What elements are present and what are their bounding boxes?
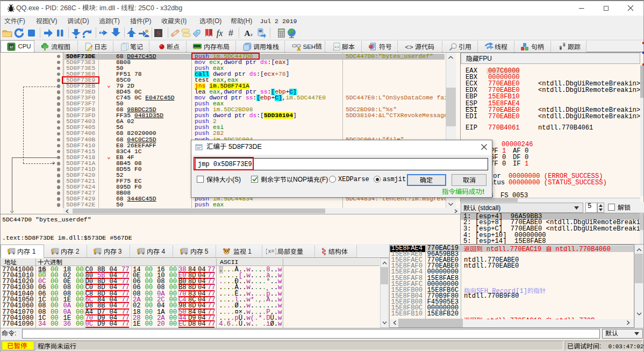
svg-text:32: 32	[9, 45, 13, 49]
svg-text:<>: <>	[405, 44, 414, 51]
svg-text:A: A	[244, 29, 250, 38]
svg-text:#: #	[228, 28, 233, 38]
svg-text:S: S	[156, 29, 160, 37]
svg-text:<>: <>	[334, 45, 339, 49]
svg-text:z: z	[251, 32, 253, 37]
svg-text:[x=]: [x=]	[266, 249, 276, 254]
svg-text:fx: fx	[217, 28, 223, 38]
svg-text:!: !	[298, 47, 299, 51]
